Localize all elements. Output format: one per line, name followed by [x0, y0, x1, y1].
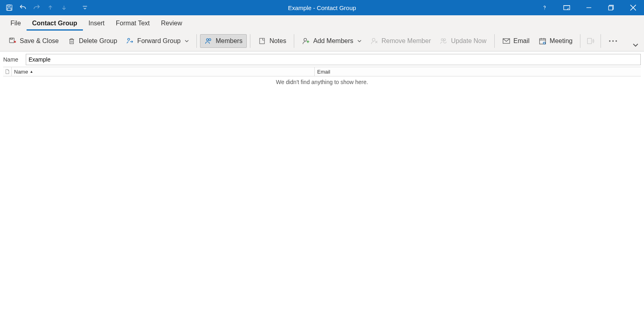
forward-group-icon — [126, 37, 134, 45]
tab-insert[interactable]: Insert — [83, 16, 110, 31]
chevron-down-icon — [185, 39, 189, 43]
ribbon-display-options-icon[interactable] — [555, 0, 578, 15]
members-button[interactable]: Members — [200, 34, 247, 48]
update-now-icon — [440, 37, 448, 45]
chevron-down-icon — [357, 39, 361, 43]
close-button[interactable] — [622, 0, 644, 15]
ribbon-tabs: File Contact Group Insert Format Text Re… — [0, 15, 644, 31]
svg-rect-28 — [539, 39, 545, 44]
members-icon — [204, 37, 213, 45]
notes-label: Notes — [269, 37, 286, 45]
svg-rect-2 — [8, 8, 11, 10]
svg-rect-5 — [564, 6, 570, 10]
svg-rect-11 — [10, 38, 12, 39]
minimize-button[interactable] — [578, 0, 600, 15]
add-member-icon — [302, 37, 310, 45]
svg-point-19 — [304, 38, 307, 41]
email-icon — [502, 37, 510, 45]
svg-point-34 — [609, 40, 611, 42]
column-name-label: Name — [14, 69, 28, 75]
redo-icon — [31, 2, 42, 13]
separator — [601, 34, 601, 48]
forward-group-button[interactable]: Forward Group — [122, 34, 193, 48]
email-button[interactable]: Email — [498, 34, 534, 48]
read-aloud-icon — [586, 37, 594, 45]
customize-qat-icon[interactable] — [80, 2, 90, 13]
svg-rect-7 — [609, 6, 613, 10]
members-label: Members — [216, 37, 243, 45]
delete-group-button[interactable]: Delete Group — [63, 34, 122, 48]
update-now-button: Update Now — [435, 34, 491, 48]
column-name[interactable]: Name ▲ — [12, 67, 315, 76]
svg-point-25 — [442, 39, 444, 41]
remove-member-label: Remove Member — [382, 37, 431, 45]
tab-review[interactable]: Review — [155, 16, 188, 31]
svg-point-4 — [544, 9, 545, 10]
separator — [294, 34, 294, 48]
add-members-label: Add Members — [313, 37, 353, 45]
column-email-label: Email — [317, 69, 330, 75]
separator — [580, 34, 580, 48]
more-commands-button[interactable] — [604, 34, 622, 48]
meeting-button[interactable]: Meeting — [534, 34, 577, 48]
ribbon: Save & Close Delete Group — [0, 31, 644, 51]
svg-rect-10 — [10, 38, 14, 43]
sort-asc-icon: ▲ — [30, 70, 33, 74]
name-row: Name — [0, 51, 644, 67]
empty-list-message: We didn't find anything to show here. — [0, 76, 644, 85]
remove-member-icon — [370, 37, 378, 45]
svg-rect-33 — [588, 38, 592, 43]
save-icon[interactable] — [4, 2, 14, 13]
delete-group-label: Delete Group — [79, 37, 117, 45]
next-item-icon — [59, 2, 69, 13]
name-label: Name — [3, 56, 21, 63]
quick-access-toolbar — [0, 2, 90, 13]
svg-point-35 — [613, 40, 614, 42]
svg-point-15 — [128, 38, 130, 40]
read-aloud-button — [584, 34, 597, 48]
add-members-button[interactable]: Add Members — [297, 34, 366, 48]
meeting-label: Meeting — [550, 37, 573, 45]
group-name-input[interactable] — [26, 54, 641, 65]
titlebar: Example - Contact Group — [0, 0, 644, 15]
separator — [494, 34, 495, 48]
previous-item-icon — [45, 2, 56, 13]
svg-point-17 — [209, 39, 211, 41]
save-close-button[interactable]: Save & Close — [4, 34, 63, 48]
tab-file[interactable]: File — [5, 16, 27, 31]
svg-point-16 — [206, 39, 208, 41]
svg-rect-1 — [8, 5, 10, 6]
forward-group-label: Forward Group — [137, 37, 181, 45]
help-icon[interactable] — [533, 0, 555, 15]
update-now-label: Update Now — [451, 37, 486, 45]
save-close-icon — [8, 37, 17, 45]
svg-point-32 — [543, 42, 545, 44]
separator — [196, 34, 197, 48]
email-label: Email — [514, 37, 530, 45]
notes-icon — [258, 37, 266, 45]
member-list-header: Name ▲ Email — [3, 67, 641, 76]
maximize-button[interactable] — [600, 0, 622, 15]
save-close-label: Save & Close — [20, 37, 59, 45]
svg-point-36 — [616, 40, 617, 42]
undo-icon[interactable] — [18, 2, 28, 13]
tab-format-text[interactable]: Format Text — [110, 16, 155, 31]
window-controls — [533, 0, 644, 15]
separator — [250, 34, 250, 48]
column-email[interactable]: Email — [315, 67, 641, 76]
ellipsis-icon — [608, 37, 618, 45]
remove-member-button: Remove Member — [366, 34, 436, 48]
notes-button[interactable]: Notes — [254, 34, 291, 48]
svg-rect-18 — [260, 38, 264, 44]
tab-contact-group[interactable]: Contact Group — [27, 16, 83, 31]
column-icon[interactable] — [3, 67, 12, 76]
svg-point-22 — [372, 38, 375, 41]
svg-rect-12 — [70, 39, 73, 44]
meeting-icon — [539, 37, 547, 45]
trash-icon — [68, 37, 76, 45]
collapse-ribbon-icon[interactable] — [631, 41, 640, 49]
